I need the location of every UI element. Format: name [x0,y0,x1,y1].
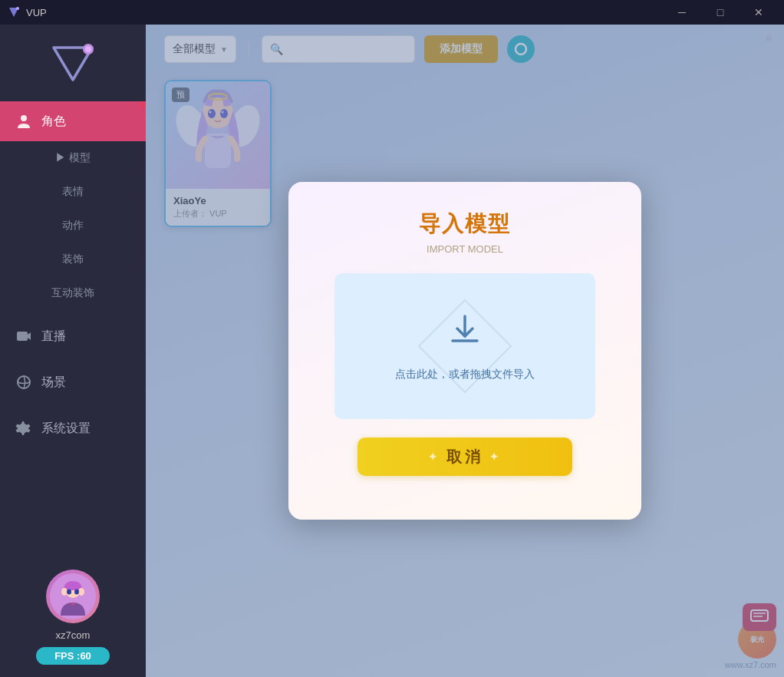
download-icon [446,312,483,355]
titlebar: VUP ─ □ ✕ [0,0,784,25]
jiaose-icon [15,113,32,130]
moxing-label: ▶ 模型 [55,151,91,165]
main-content: 全部模型 ▼ 🔍 添加模型 预 [146,25,784,677]
sidebar-bottom: xz7com FPS :60 [0,570,146,677]
dongzuo-label: 动作 [62,219,84,233]
dialog-overlay: 导入模型 IMPORT MODEL [146,25,784,677]
settings-icon [15,420,32,437]
sidebar-item-biaoqing[interactable]: 表情 [0,175,146,209]
close-button[interactable]: ✕ [741,0,776,25]
red-dot-badge [140,101,146,107]
svg-point-5 [21,115,27,121]
svg-marker-7 [28,332,31,340]
sidebar-section-changjing: 场景 [0,362,146,402]
app-title: VUP [26,7,47,18]
titlebar-controls: ─ □ ✕ [664,0,776,25]
sidebar-item-jiaose[interactable]: 角色 [0,101,146,141]
sidebar: 角色 ▶ 模型 表情 动作 装饰 互动装饰 [0,25,146,677]
cancel-button[interactable]: ✦ 取消 ✦ [357,438,572,476]
zhibo-icon [15,328,32,345]
sidebar-item-hudongzhuangshi[interactable]: 互动装饰 [0,276,146,310]
sidebar-section-xitong: 系统设置 [0,408,146,448]
sidebar-item-xitong[interactable]: 系统设置 [0,408,146,448]
sparkle-right-icon: ✦ [489,451,502,463]
scene-icon [15,374,32,391]
download-svg [446,312,483,348]
fps-badge: FPS :60 [36,647,110,665]
sidebar-item-dongzuo[interactable]: 动作 [0,209,146,243]
hudongzhuangshi-label: 互动装饰 [51,286,94,300]
svg-point-1 [16,7,19,10]
user-avatar[interactable] [46,570,100,623]
svg-point-14 [67,589,71,595]
sidebar-sub-items: ▶ 模型 表情 动作 装饰 互动装饰 [0,141,146,310]
svg-point-4 [85,46,91,52]
app-logo-icon [8,6,20,18]
avatar-image [50,573,96,619]
sidebar-label-xitong: 系统设置 [41,421,91,437]
app-body: 角色 ▶ 模型 表情 动作 装饰 互动装饰 [0,25,784,677]
svg-point-15 [74,589,79,595]
drop-zone-text: 点击此处，或者拖拽文件导入 [395,368,535,381]
character-icon [15,113,32,130]
minimize-button[interactable]: ─ [664,0,700,25]
camera-icon [15,328,32,345]
svg-point-12 [61,588,68,596]
titlebar-left: VUP [8,6,47,18]
gear-icon [15,420,32,437]
dialog-subtitle: IMPORT MODEL [427,243,503,255]
maximize-button[interactable]: □ [703,0,738,25]
changjing-icon [15,374,32,391]
sidebar-label-jiaose: 角色 [41,114,66,130]
sidebar-item-changjing[interactable]: 场景 [0,362,146,402]
sparkle-left-icon: ✦ [428,451,440,463]
sidebar-logo [0,25,146,101]
sidebar-item-moxing[interactable]: ▶ 模型 [0,141,146,175]
dialog-title: 导入模型 [419,210,511,239]
drop-zone[interactable]: 点击此处，或者拖拽文件导入 [334,273,595,419]
sidebar-section-zhibo: 直播 [0,316,146,356]
username-label: xz7com [56,629,91,641]
import-model-dialog: 导入模型 IMPORT MODEL [288,182,641,520]
cancel-label: 取消 [446,447,483,467]
sidebar-label-zhibo: 直播 [41,329,66,345]
sidebar-item-zhibo[interactable]: 直播 [0,316,146,356]
sidebar-item-zhuangshi[interactable]: 装饰 [0,243,146,276]
v-logo-icon [50,40,96,86]
zhuangshi-label: 装饰 [62,253,84,266]
sidebar-label-changjing: 场景 [41,375,66,391]
svg-point-13 [78,588,84,596]
biaoqing-label: 表情 [62,185,84,199]
svg-rect-6 [17,332,28,341]
